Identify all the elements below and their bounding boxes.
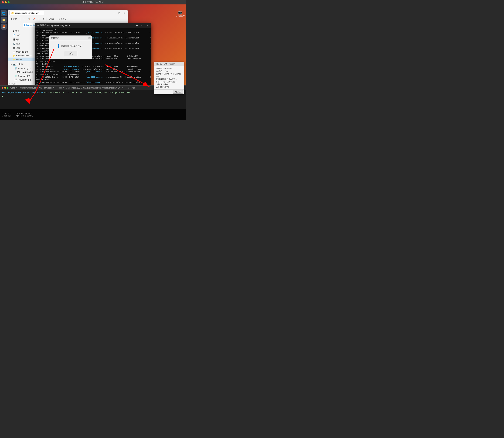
sidebar-this-pc-label: 此电脑 [17, 63, 23, 66]
upload-speed: ↑: 10.1 KB/s [2, 112, 11, 115]
explorer-tab-label: chinaport-data-signature-win [15, 12, 39, 14]
notif-close-btn[interactable]: 关闭(11) [173, 90, 183, 94]
download-icon: ⬇ [12, 30, 14, 33]
camera-icon: 📷 [176, 11, 185, 15]
cmd-app-icon: ⊞ [37, 24, 39, 27]
toolbar-paste-btn[interactable]: 📌 [32, 17, 36, 21]
term-prompt: weasley@MacBook-Pro-14-of-Weasley:~$ [2, 92, 44, 94]
win-status-bottom: ↑: 10.1 KB/s ↓: 6.36 KB/s CPU: 4% CPU: 6… [0, 109, 186, 120]
dialog-title: 控件重启 [51, 37, 59, 39]
notif-line-4: 正在C123端口注册ss服务... [156, 78, 183, 80]
term-prompt-2: ▮ [2, 95, 3, 98]
notification-popup: 中国电子口岸客户端控件 控件正在启动,请稍候... 版本号是: 1.6.46 适… [154, 62, 184, 94]
notif-body: 控件正在启动,请稍候... 版本号是: 1.6.46 适用用户: 公测用户,开始… [154, 66, 184, 89]
c-drive-icon: 💿 [14, 67, 17, 70]
cmd-line-14: 指令：重启控件 [36, 63, 150, 65]
notif-line-7: ws服务启动成功! [156, 86, 183, 88]
minimize-button[interactable]: ─ [112, 11, 116, 15]
mac-maximize-btn[interactable] [8, 1, 10, 3]
nav-up-btn[interactable]: ↑ [18, 23, 22, 27]
cmd-maximize-btn[interactable]: □ [140, 24, 144, 27]
mac-app-edge[interactable]: 🌐 [1, 10, 7, 16]
sidebar-item-download-label: 下载 [15, 30, 20, 33]
e-drive-icon: 💿 [14, 75, 17, 77]
explorer-tab-active[interactable]: 📁 chinaport-data-signature-win ✕ [9, 11, 44, 15]
dialog-message: 控件重新启动执行完成。 [61, 45, 84, 48]
toolbar-delete-btn[interactable]: 🗑 [42, 17, 45, 21]
new-dropdown-icon: ▾ [18, 18, 18, 20]
sidebar-item-others-label: Others [16, 58, 22, 61]
maximize-button[interactable]: □ [117, 11, 121, 15]
view-icon: ☰ [58, 18, 60, 20]
cmd-window-controls: ─ □ ✕ [135, 24, 150, 27]
sidebar-c-drive-label: Windows (C:) [18, 67, 31, 70]
cmd-line-19: 2023-06-11T18:45:14.139+08:00 INFO 15256… [36, 76, 150, 78]
view-label: 查看 [61, 18, 64, 20]
mac-close-btn[interactable] [2, 1, 4, 3]
toolbar-new-btn[interactable]: ➕ 新建 ▾ [9, 17, 19, 21]
notif-line-2: 版本号是: 1.6.46 [156, 70, 183, 73]
mac-term-dots [2, 87, 8, 89]
toolbar-sort-btn[interactable]: ↕ 排序 ▾ [48, 17, 57, 21]
dialog-confirm-btn[interactable]: 确定 [64, 51, 77, 56]
expand-arrow-this-pc: ▶ [11, 64, 12, 65]
docs-icon: 📄 [12, 34, 15, 37]
toolbar-cut-btn[interactable]: ✂ [22, 17, 26, 21]
toolbar-view-btn[interactable]: ☰ 查看 ▾ [57, 17, 67, 21]
memory-gpu: 内存: 20% GPU: 60°C [16, 115, 33, 117]
desktop-background: 📷 了解此图片 🌐 📁 🦊 📁 chinaport-data-signature… [0, 4, 186, 120]
term-command: curl -X POST -i http://192.168.31.171:80… [44, 92, 130, 94]
new-icon: ➕ [10, 18, 13, 20]
notif-line-5: 正在C123端口注册ws服务... [156, 80, 183, 83]
notif-footer: 关闭(11) [154, 89, 184, 94]
sidebar-e-drive-label: Program (E:) [18, 75, 30, 77]
cmd-minimize-btn[interactable]: ─ [135, 24, 139, 27]
cmd-line-2: 2023-06-11T18:41:48.648+08:00 DEBUG 1525… [36, 32, 150, 34]
pictures-icon: 🖼 [12, 38, 15, 41]
term-close-dot[interactable] [2, 87, 3, 89]
music-icon: 🎵 [12, 43, 15, 45]
toolbar-copy-btn[interactable]: 📋 [27, 17, 31, 21]
expand-arrow-d: ▼ [14, 71, 16, 73]
notif-titlebar: 中国电子口岸客户端控件 [154, 62, 184, 66]
learn-more-label: 了解此图片 [176, 15, 185, 17]
cmd-line-15: 2023-06-11T18:44: --- [nio-8080-exec-5 ]… [36, 66, 150, 68]
nav-back-btn[interactable]: ← [9, 23, 13, 27]
mac-window: 桌面控制 inspiron-7591 📷 了解此图片 🌐 📁 🦊 📁 china… [0, 0, 186, 120]
mac-minimize-btn[interactable] [5, 1, 7, 3]
toolbar-rename-btn[interactable]: ✏ [37, 17, 41, 21]
term-minimize-dot[interactable] [4, 87, 6, 89]
close-button[interactable]: ✕ [122, 11, 127, 15]
cpu-temp: CPU: 4% CPU: 68°C [16, 112, 33, 115]
status-system: CPU: 4% CPU: 68°C 内存: 20% GPU: 60°C [16, 112, 33, 117]
cmd-line-13: ey/health/endpoint [36, 60, 150, 63]
mac-app-finder[interactable]: 📁 [1, 17, 7, 23]
cmd-line-17: 2023-06-11T18:45:14.138+08:00 DEBUG 1525… [36, 71, 150, 73]
notif-title: 中国电子口岸客户端控件 [156, 63, 175, 65]
cmd-line-21: 2023-06-11T18:45:37.535+08:00 DEBUG 1525… [36, 81, 150, 84]
mac-title: 桌面控制 inspiron-7591 [83, 1, 104, 4]
dialog-titlebar: 控件重启 ✕ [49, 36, 92, 40]
explorer-titlebar: 📁 chinaport-data-signature-win ✕ + ─ □ ✕ [8, 10, 128, 16]
cmd-close-btn[interactable]: ✕ [145, 24, 150, 27]
folder-icon: 📁 [12, 54, 15, 57]
sort-label: 排序 [50, 18, 54, 20]
toolbar-more-btn[interactable]: ··· [68, 17, 71, 21]
term-maximize-dot[interactable] [7, 87, 8, 89]
mac-learn-more[interactable]: 📷 了解此图片 [176, 11, 185, 17]
others-folder-icon: 📁 [12, 58, 15, 61]
video-icon: 🎬 [12, 47, 15, 49]
cmd-titlebar: ⊞ 管理员: chinaport-data-signature ─ □ ✕ [35, 23, 151, 28]
address-part-others[interactable]: Others [24, 24, 30, 26]
new-tab-button[interactable]: + [45, 11, 47, 15]
dialog-close-btn[interactable]: ✕ [88, 37, 91, 39]
computer-icon: 💻 [13, 63, 16, 66]
mac-app-firefox[interactable]: 🦊 [1, 23, 7, 30]
mac-window-controls[interactable] [2, 1, 10, 3]
nav-forward-btn[interactable]: → [14, 23, 18, 27]
address-sep: › [30, 24, 31, 26]
sidebar-item-video-label: 视频 [16, 46, 20, 49]
tab-folder-icon: 📁 [11, 12, 14, 14]
cmd-line-16: 2023-06-11T18:44: --- [nio-8080-exec-5 ]… [36, 68, 150, 71]
tab-close-icon[interactable]: ✕ [41, 12, 42, 14]
